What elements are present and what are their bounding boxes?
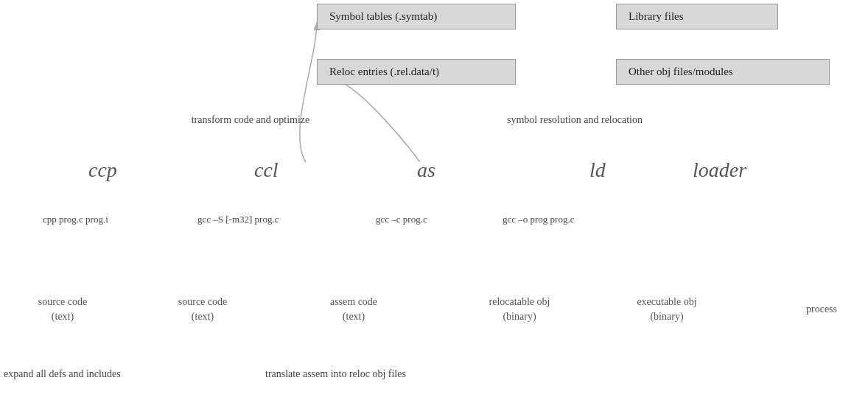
desc-symbol-resolution: symbol resolution and relocation	[457, 114, 693, 126]
desc-expand: expand all defs and includes	[4, 368, 217, 380]
reloc-entries-box: Reloc entries (.rel.data/t)	[317, 59, 516, 85]
other-obj-files-box: Other obj files/modules	[616, 59, 830, 85]
desc-transform: transform code and optimize	[158, 114, 343, 126]
tool-as: as	[417, 158, 435, 182]
cmd-gcc-c: gcc –c prog.c	[376, 214, 427, 225]
tool-loader: loader	[693, 158, 746, 182]
data-exec-obj: executable obj(binary)	[604, 295, 729, 323]
library-files-box: Library files	[616, 4, 778, 29]
data-process: process	[781, 302, 862, 317]
tool-ccl: ccl	[254, 158, 279, 182]
cmd-cpp: cpp prog.c prog.i	[43, 214, 108, 225]
desc-translate: translate assem into reloc obj files	[265, 368, 516, 380]
data-reloc-obj: relocatable obj(binary)	[453, 295, 586, 323]
cmd-gcc-o: gcc –o prog prog.c	[503, 214, 574, 225]
cmd-gcc-s: gcc –S [-m32] prog.c	[197, 214, 279, 225]
symbol-tables-box: Symbol tables (.symtab)	[317, 4, 516, 29]
data-source-2: source code(text)	[147, 295, 258, 323]
data-source-1: source code(text)	[7, 295, 118, 323]
data-assem: assem code(text)	[295, 295, 413, 323]
diagram-container: Symbol tables (.symtab) Reloc entries (.…	[0, 0, 868, 400]
tool-ld: ld	[589, 158, 606, 182]
tool-ccp: ccp	[88, 158, 117, 182]
